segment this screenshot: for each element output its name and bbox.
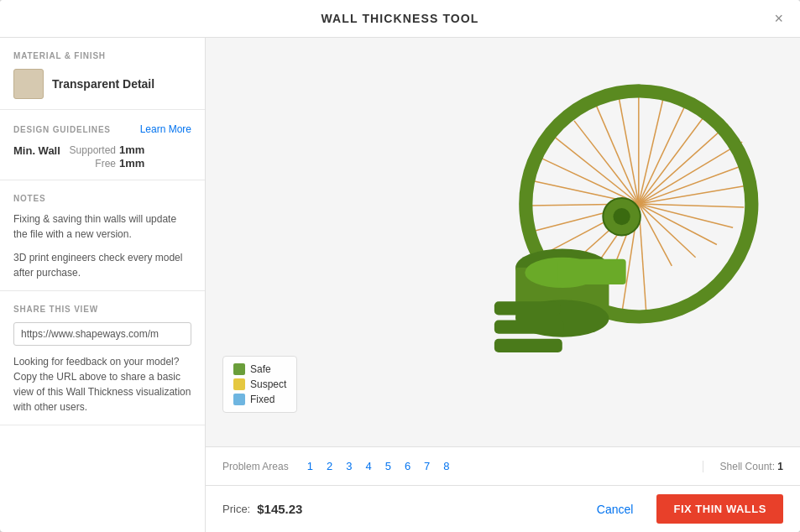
guidelines-section-label: DESIGN GUIDELINES (13, 125, 111, 134)
problem-num-6[interactable]: 6 (400, 458, 416, 474)
legend-item-safe: Safe (233, 363, 286, 375)
shell-count-value: 1 (777, 461, 783, 472)
free-label: Free (67, 158, 116, 170)
fixed-label: Fixed (250, 394, 275, 405)
footer: Price: $145.23 Cancel FIX THIN WALLS (206, 485, 800, 532)
legend: Safe Suspect Fixed (222, 356, 297, 413)
problem-num-2[interactable]: 2 (322, 458, 337, 474)
fix-thin-walls-button[interactable]: FIX THIN WALLS (656, 494, 783, 524)
pin-bottom (494, 339, 562, 352)
min-wall-label: Min. Wall (13, 143, 64, 157)
modal-body: MATERIAL & FINISH Transparent Detail DES… (0, 38, 800, 532)
footer-actions: Cancel FIX THIN WALLS (587, 494, 783, 524)
suspect-label: Suspect (250, 378, 286, 390)
bottom-bar: Problem Areas 1 2 3 4 5 6 7 8 Shell Coun… (206, 446, 800, 485)
close-button[interactable]: × (771, 8, 787, 29)
share-description: Looking for feedback on your model? Copy… (13, 354, 191, 415)
notes-paragraph-1: Fixing & saving thin walls will update t… (13, 211, 191, 242)
legend-item-suspect: Suspect (233, 378, 286, 390)
modal-title: WALL THICKNESS TOOL (322, 12, 479, 25)
share-section: SHARE THIS VIEW Looking for feedback on … (0, 291, 205, 425)
notes-section: NOTES Fixing & saving thin walls will up… (0, 180, 205, 291)
viewport: Safe Suspect Fixed (206, 38, 800, 446)
material-section: MATERIAL & FINISH Transparent Detail (0, 38, 205, 110)
notes-paragraph-2: 3D print engineers check every model aft… (13, 250, 191, 280)
free-row: Free 1mm (67, 157, 144, 170)
supported-row: Supported 1mm (67, 143, 144, 156)
right-panel: Safe Suspect Fixed Problem (206, 38, 800, 532)
left-panel: MATERIAL & FINISH Transparent Detail DES… (0, 38, 206, 532)
pin-left (494, 301, 561, 315)
fixed-swatch (233, 394, 245, 405)
material-name: Transparent Detail (52, 77, 154, 91)
suspect-swatch (233, 378, 245, 390)
min-wall-values: Supported 1mm Free 1mm (67, 143, 144, 170)
problem-num-5[interactable]: 5 (380, 458, 396, 474)
problem-num-1[interactable]: 1 (302, 458, 318, 474)
modal-header: WALL THICKNESS TOOL × (0, 0, 800, 38)
share-url-input[interactable] (13, 322, 191, 346)
min-wall-row: Min. Wall Supported 1mm Free 1mm (13, 143, 191, 170)
shell-count: Shell Count: 1 (703, 461, 783, 472)
safe-swatch (233, 363, 245, 375)
material-row: Transparent Detail (13, 69, 191, 99)
notes-text: Fixing & saving thin walls will update t… (13, 211, 191, 280)
price-value: $145.23 (257, 502, 302, 516)
guidelines-section: DESIGN GUIDELINES Learn More Min. Wall S… (0, 110, 205, 180)
shell-count-label: Shell Count: (720, 461, 775, 472)
price-label: Price: (222, 503, 250, 515)
model-area: Safe Suspect Fixed (206, 38, 800, 446)
material-swatch (13, 69, 44, 99)
supported-value: 1mm (119, 143, 144, 156)
problem-num-4[interactable]: 4 (360, 458, 376, 474)
problem-num-8[interactable]: 8 (438, 458, 454, 474)
supported-label: Supported (67, 144, 116, 156)
learn-more-link[interactable]: Learn More (140, 123, 191, 135)
wall-thickness-modal: WALL THICKNESS TOOL × MATERIAL & FINISH … (0, 0, 800, 532)
problem-num-7[interactable]: 7 (419, 458, 435, 474)
pin-middle (494, 321, 564, 334)
notes-section-label: NOTES (13, 194, 191, 203)
share-section-label: SHARE THIS VIEW (13, 305, 191, 314)
hub-hole (613, 208, 630, 225)
safe-label: Safe (250, 363, 271, 375)
price-row: Price: $145.23 (222, 502, 302, 516)
cancel-button[interactable]: Cancel (587, 496, 644, 523)
legend-item-fixed: Fixed (233, 394, 286, 405)
problem-areas-label: Problem Areas (222, 461, 289, 472)
problem-numbers: 1 2 3 4 5 6 7 8 (302, 458, 703, 474)
material-section-label: MATERIAL & FINISH (13, 51, 191, 60)
free-value: 1mm (119, 157, 144, 170)
guidelines-header: DESIGN GUIDELINES Learn More (13, 123, 191, 135)
problem-num-3[interactable]: 3 (341, 458, 357, 474)
axle-connector (558, 259, 626, 284)
